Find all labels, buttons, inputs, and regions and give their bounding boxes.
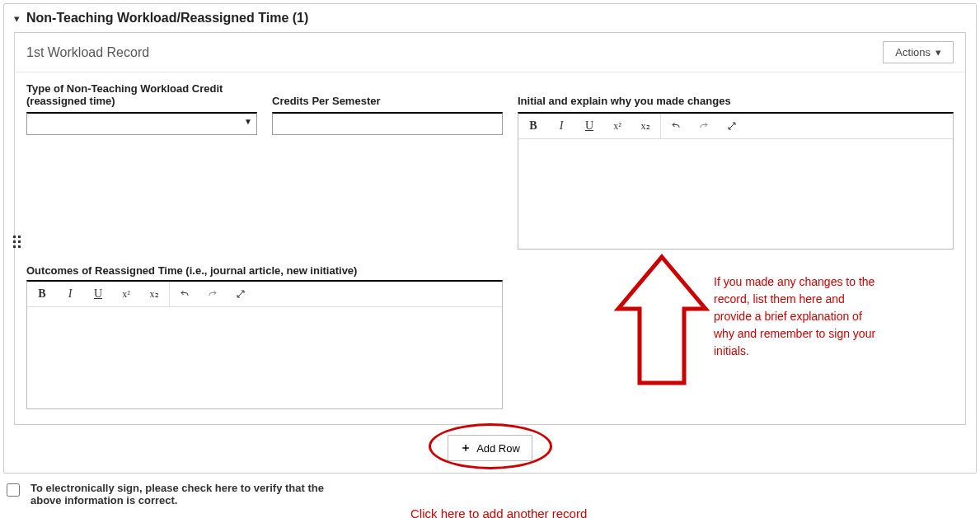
credits-input[interactable] xyxy=(272,112,503,135)
underline-button[interactable]: U xyxy=(579,117,599,135)
record-body: Type of Non-Teaching Workload Credit (re… xyxy=(15,72,965,424)
credits-field: Credits Per Semester xyxy=(272,82,503,135)
underline-button[interactable]: U xyxy=(88,285,108,303)
fullscreen-button[interactable] xyxy=(722,117,742,135)
subscript-button[interactable]: x₂ xyxy=(144,285,164,303)
redo-button[interactable] xyxy=(694,117,714,135)
section-title: Non-Teaching Workload/Reassigned Time (1… xyxy=(26,11,308,26)
italic-button[interactable]: I xyxy=(60,285,80,303)
fullscreen-button[interactable] xyxy=(231,285,251,303)
redo-button[interactable] xyxy=(203,285,223,303)
section-panel: ▾ Non-Teaching Workload/Reassigned Time … xyxy=(3,3,977,474)
subscript-button[interactable]: x₂ xyxy=(635,117,655,135)
workload-record-card: 1st Workload Record Actions ▾ Type of No… xyxy=(14,32,966,425)
type-label: Type of Non-Teaching Workload Credit (re… xyxy=(26,82,257,107)
superscript-button[interactable]: x² xyxy=(116,285,136,303)
drag-handle-icon[interactable] xyxy=(13,236,21,248)
actions-button[interactable]: Actions ▾ xyxy=(883,41,954,63)
initial-textarea[interactable] xyxy=(518,139,953,246)
type-dropdown[interactable] xyxy=(26,112,257,135)
plus-icon: ＋ xyxy=(460,441,471,455)
initial-field: Initial and explain why you made changes… xyxy=(518,82,954,250)
outcomes-field: Outcomes of Reassigned Time (i.e., journ… xyxy=(26,264,503,409)
add-row-container: ＋ Add Row xyxy=(4,435,976,461)
esign-row: To electronically sign, please check her… xyxy=(3,482,977,511)
add-row-button[interactable]: ＋ Add Row xyxy=(448,435,532,461)
bold-button[interactable]: B xyxy=(523,117,543,135)
chevron-down-icon: ▾ xyxy=(935,46,941,58)
record-header: 1st Workload Record Actions ▾ xyxy=(15,33,965,72)
initial-label: Initial and explain why you made changes xyxy=(518,82,954,107)
esign-label: To electronically sign, please check her… xyxy=(30,482,327,506)
type-field: Type of Non-Teaching Workload Credit (re… xyxy=(26,82,257,135)
undo-button[interactable] xyxy=(666,117,686,135)
italic-button[interactable]: I xyxy=(551,117,571,135)
initial-toolbar: B I U x² x₂ xyxy=(518,114,953,139)
credits-label: Credits Per Semester xyxy=(272,82,503,107)
outcomes-label: Outcomes of Reassigned Time (i.e., journ… xyxy=(26,264,503,277)
outcomes-toolbar: B I U x² x₂ xyxy=(27,282,502,307)
bold-button[interactable]: B xyxy=(32,285,52,303)
undo-button[interactable] xyxy=(175,285,195,303)
outcomes-richtext: B I U x² x₂ xyxy=(26,280,503,409)
section-header[interactable]: ▾ Non-Teaching Workload/Reassigned Time … xyxy=(4,4,976,32)
chevron-down-icon: ▾ xyxy=(14,12,20,25)
esign-checkbox[interactable] xyxy=(7,483,20,497)
outcomes-textarea[interactable] xyxy=(27,307,502,406)
record-title: 1st Workload Record xyxy=(26,45,149,60)
add-row-label: Add Row xyxy=(476,442,520,455)
superscript-button[interactable]: x² xyxy=(607,117,627,135)
initial-richtext: B I U x² x₂ xyxy=(518,112,954,250)
actions-label: Actions xyxy=(895,46,931,58)
